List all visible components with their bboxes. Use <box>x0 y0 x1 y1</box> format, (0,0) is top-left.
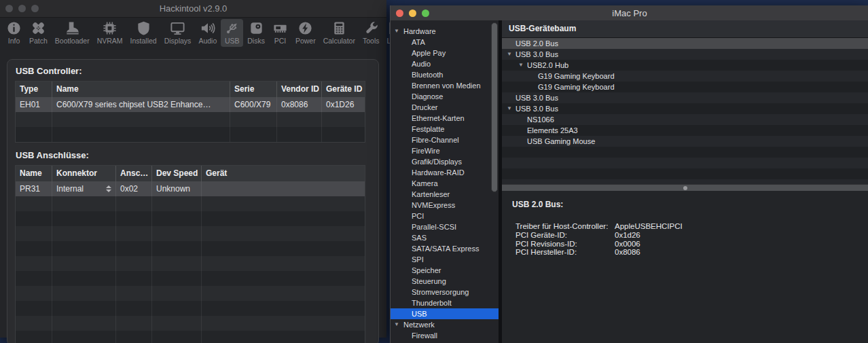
toolbar-item-disks[interactable]: Disks <box>244 19 268 47</box>
controller-row[interactable]: EH01 C600/X79 series chipset USB2 Enhanc… <box>16 97 365 112</box>
device-tree-row[interactable] <box>502 158 868 168</box>
toolbar-item-nvram[interactable]: NVRAM <box>94 19 126 47</box>
sidebar-item[interactable]: Grafik/Displays <box>391 156 499 167</box>
toolbar-item-pci[interactable]: PCI <box>269 19 291 47</box>
toolbar-item-displays[interactable]: Displays <box>161 19 195 47</box>
sidebar-item[interactable]: Firewall <box>391 330 499 341</box>
toolbar-item-info[interactable]: Info <box>3 19 25 47</box>
device-tree-row[interactable]: USB 3.0 Bus <box>502 92 868 103</box>
port-row[interactable]: PR31 Internal 0x02 Unknown <box>16 181 365 196</box>
column-header[interactable]: Gerät <box>202 166 365 181</box>
sidebar-item[interactable]: FireWire <box>391 145 499 156</box>
sidebar-item[interactable]: Kamera <box>391 178 499 189</box>
sidebar-item[interactable]: Hardware-RAID <box>391 167 499 178</box>
toolbar-item-calculator[interactable]: Calculator <box>320 19 359 47</box>
sidebar-item[interactable]: Festplatte <box>391 124 499 134</box>
column-header[interactable]: Vendor ID <box>277 82 322 97</box>
sidebar-item[interactable]: Steuerung <box>391 276 499 287</box>
column-header[interactable]: Serie <box>230 82 277 97</box>
patch-icon <box>31 20 46 36</box>
device-tree-row[interactable]: G19 Gaming Keyboard <box>502 71 868 82</box>
device-tree-row[interactable]: USB 3.0 Bus <box>502 49 868 60</box>
splitter-handle[interactable] <box>502 184 868 191</box>
sidebar-item[interactable]: NVMExpress <box>391 200 499 211</box>
sidebar-item[interactable]: SATA/SATA Express <box>391 243 499 254</box>
toolbar-item-power[interactable]: Power <box>292 19 319 47</box>
toolbar-label: Tools <box>363 37 380 45</box>
device-tree-row[interactable]: USB2.0 Hub <box>502 60 868 71</box>
konnektor-select[interactable]: Internal <box>52 181 116 196</box>
stepper-icon <box>106 181 111 196</box>
column-header[interactable]: Konnektor <box>52 166 116 181</box>
sidebar-item[interactable]: Brennen von Medien <box>391 80 499 91</box>
toolbar-label: Power <box>295 37 316 45</box>
sidebar-item[interactable]: Speicher <box>391 265 499 276</box>
toolbar-item-audio[interactable]: Audio <box>195 19 220 47</box>
controller-section-label: USB Controller: <box>16 66 378 76</box>
sidebar-item[interactable]: Kartenleser <box>391 189 499 200</box>
column-header[interactable]: Geräte ID <box>322 82 365 97</box>
toolbar-label: Info <box>8 37 20 45</box>
toolbar-label: Bootloader <box>55 37 90 45</box>
toolbar-label: Displays <box>164 37 192 45</box>
sidebar-item[interactable]: Thunderbolt <box>391 297 499 308</box>
device-tree-row[interactable]: Elements 25A3 <box>502 125 868 136</box>
sidebar-item[interactable]: Bluetooth <box>391 69 499 80</box>
details-row: PCI Hersteller-ID: 0x8086 <box>512 248 868 257</box>
table-row-empty <box>16 286 365 301</box>
table-row-empty <box>16 256 365 271</box>
boot-icon <box>65 20 80 36</box>
device-tree-row[interactable]: USB Gaming Mouse <box>502 136 868 147</box>
column-header[interactable]: Type <box>16 82 52 97</box>
window-title: iMac Pro <box>391 8 868 18</box>
toolbar-item-patch[interactable]: Patch <box>26 19 51 47</box>
column-header[interactable]: Name <box>52 82 230 97</box>
table-row-empty <box>16 316 365 331</box>
sidebar-scrollbar-thumb[interactable] <box>491 22 498 192</box>
sidebar-item[interactable]: Audio <box>391 58 499 69</box>
device-tree-row[interactable] <box>502 147 868 158</box>
device-tree-row[interactable] <box>502 179 868 184</box>
hackintool-titlebar[interactable]: Hackintool v2.9.0 <box>0 0 386 18</box>
system-information-window: iMac Pro Hardware ATA Apple Pay Audio Bl… <box>390 5 868 343</box>
sidebar-item[interactable]: Fibre-Channel <box>391 134 499 145</box>
toolbar-item-bootloader[interactable]: Bootloader <box>52 19 93 47</box>
ports-table-header: Name Konnektor Anschl… Dev Speed Gerät <box>16 166 365 181</box>
wrench-icon <box>363 20 379 36</box>
usb-panel: USB Controller: Type Name Serie Vendor I… <box>7 59 379 343</box>
sidebar-item[interactable]: ATA <box>391 37 499 48</box>
device-tree-row[interactable]: USB 3.0 Bus <box>502 103 868 114</box>
sidebar-item[interactable]: Drucker <box>391 102 499 113</box>
details-row: Treiber für Host-Controller: AppleUSBEHC… <box>512 222 868 231</box>
sidebar-item[interactable]: Hardware <box>391 26 499 37</box>
sidebar-item[interactable]: Apple Pay <box>391 48 499 58</box>
sidebar-item[interactable]: Diagnose <box>391 91 499 102</box>
sidebar-item[interactable]: Netzwerk <box>391 319 499 330</box>
sidebar-item[interactable]: SPI <box>391 254 499 265</box>
sysinfo-titlebar[interactable]: iMac Pro <box>391 5 868 21</box>
device-tree-row[interactable]: USB 2.0 Bus <box>502 38 868 49</box>
device-tree-row[interactable] <box>502 168 868 179</box>
sidebar-item[interactable]: Stromversorgung <box>391 287 499 297</box>
column-header[interactable]: Dev Speed <box>152 166 202 181</box>
column-header[interactable]: Name <box>16 166 52 181</box>
table-row-empty <box>16 301 365 316</box>
sidebar-item[interactable]: Parallel-SCSI <box>391 221 499 232</box>
sidebar-item[interactable]: SAS <box>391 232 499 243</box>
monitor-icon <box>170 20 185 36</box>
sidebar-item[interactable]: Ethernet-Karten <box>391 113 499 124</box>
sysinfo-sidebar: Hardware ATA Apple Pay Audio Bluetooth B… <box>391 20 499 343</box>
calculator-icon <box>331 20 347 36</box>
column-header[interactable]: Anschl… <box>116 166 152 181</box>
device-tree-row[interactable]: NS1066 <box>502 114 868 125</box>
details-rows: Treiber für Host-Controller: AppleUSBEHC… <box>512 222 868 257</box>
device-tree-row[interactable]: G19 Gaming Keyboard <box>502 82 868 92</box>
toolbar-item-usb[interactable]: USB <box>221 19 243 47</box>
usb-icon <box>224 20 240 36</box>
toolbar-label: Disks <box>247 37 265 45</box>
sidebar-item[interactable]: PCI <box>391 211 499 221</box>
window-title: Hackintool v2.9.0 <box>0 3 386 14</box>
toolbar-item-installed[interactable]: Installed <box>127 19 160 47</box>
sidebar-item[interactable]: USB <box>391 308 499 319</box>
toolbar-item-tools[interactable]: Tools <box>359 19 383 47</box>
